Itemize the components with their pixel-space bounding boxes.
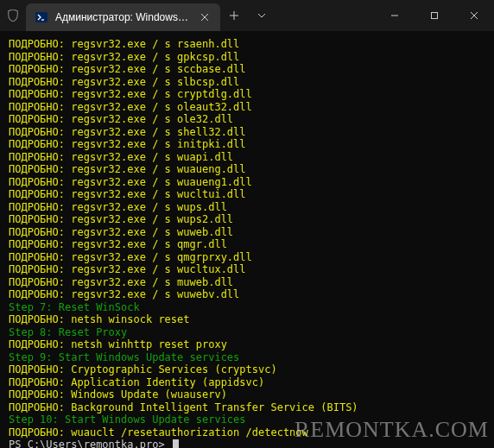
svg-rect-1 — [432, 13, 438, 19]
terminal-line: ПОДРОБНО: regsvr32.exe / s wuaueng1.dll — [9, 176, 485, 189]
tab-dropdown-button[interactable] — [248, 2, 276, 29]
terminal-line: ПОДРОБНО: Cryptographic Services (crypts… — [9, 363, 485, 376]
tab-title: Администратор: Windows Po… — [55, 11, 191, 23]
close-icon — [470, 11, 478, 20]
terminal-line: ПОДРОБНО: Application Identity (appidsvc… — [9, 376, 485, 389]
cursor — [173, 439, 179, 448]
tab-close-button[interactable] — [198, 10, 212, 24]
terminal-line: Step 10: Start Windows Update services — [9, 413, 485, 426]
close-icon — [200, 13, 209, 22]
terminal-line: ПОДРОБНО: regsvr32.exe / s sccbase.dll — [9, 63, 485, 76]
window-close-button[interactable] — [454, 0, 494, 31]
maximize-icon — [430, 11, 439, 20]
maximize-button[interactable] — [415, 0, 454, 31]
active-tab[interactable]: Администратор: Windows Po… — [26, 3, 220, 31]
terminal-line: Step 9: Start Windows Update services — [9, 351, 485, 364]
titlebar: Администратор: Windows Po… — [0, 0, 494, 31]
terminal-line: ПОДРОБНО: regsvr32.exe / s wuwebv.dll — [9, 288, 485, 301]
svg-rect-0 — [35, 12, 48, 22]
terminal-line: ПОДРОБНО: regsvr32.exe / s muweb.dll — [9, 276, 485, 289]
terminal-line: ПОДРОБНО: regsvr32.exe / s wucltui.dll — [9, 188, 485, 201]
terminal-line: ПОДРОБНО: wuauclt /resetauthorization /d… — [9, 426, 485, 439]
terminal-line: ПОДРОБНО: regsvr32.exe / s wups.dll — [9, 201, 485, 214]
powershell-icon — [35, 10, 48, 24]
chevron-down-icon — [257, 11, 266, 20]
terminal-line: ПОДРОБНО: Windows Update (wuauserv) — [9, 388, 485, 401]
terminal-line: ПОДРОБНО: regsvr32.exe / s shell32.dll — [9, 126, 485, 139]
terminal-line: ПОДРОБНО: regsvr32.exe / s cryptdlg.dll — [9, 88, 485, 101]
terminal-line: ПОДРОБНО: regsvr32.exe / s ole32.dll — [9, 113, 485, 126]
app-shield-icon — [0, 9, 26, 22]
terminal-line: Step 8: Reset Proxy — [9, 326, 485, 339]
terminal-output[interactable]: ПОДРОБНО: regsvr32.exe / s rsaenh.dllПОД… — [0, 31, 494, 448]
plus-icon — [229, 10, 239, 21]
terminal-line: ПОДРОБНО: regsvr32.exe / s oleaut32.dll — [9, 101, 485, 114]
terminal-line: ПОДРОБНО: regsvr32.exe / s initpki.dll — [9, 138, 485, 151]
terminal-line: ПОДРОБНО: regsvr32.exe / s qmgrprxy.dll — [9, 251, 485, 264]
terminal-line: ПОДРОБНО: regsvr32.exe / s wuaueng.dll — [9, 163, 485, 176]
terminal-line: ПОДРОБНО: regsvr32.exe / s wups2.dll — [9, 213, 485, 226]
terminal-line: ПОДРОБНО: regsvr32.exe / s wuweb.dll — [9, 226, 485, 239]
terminal-line: ПОДРОБНО: regsvr32.exe / s wucltux.dll — [9, 263, 485, 276]
terminal-line: ПОДРОБНО: regsvr32.exe / s slbcsp.dll — [9, 76, 485, 89]
prompt-line[interactable]: PS C:\Users\remontka.pro> — [9, 439, 485, 448]
terminal-line: ПОДРОБНО: regsvr32.exe / s gpkcsp.dll — [9, 51, 485, 64]
terminal-line: ПОДРОБНО: netsh winhttp reset proxy — [9, 338, 485, 351]
terminal-line: ПОДРОБНО: regsvr32.exe / s rsaenh.dll — [9, 38, 485, 51]
terminal-line: ПОДРОБНО: regsvr32.exe / s qmgr.dll — [9, 238, 485, 251]
minimize-icon — [390, 11, 399, 20]
terminal-line: ПОДРОБНО: netsh winsock reset — [9, 313, 485, 326]
new-tab-button[interactable] — [220, 2, 248, 29]
minimize-button[interactable] — [375, 0, 415, 31]
terminal-line: ПОДРОБНО: Background Intelligent Transfe… — [9, 401, 485, 414]
terminal-line: ПОДРОБНО: regsvr32.exe / s wuapi.dll — [9, 151, 485, 164]
terminal-line: Step 7: Reset WinSock — [9, 301, 485, 314]
